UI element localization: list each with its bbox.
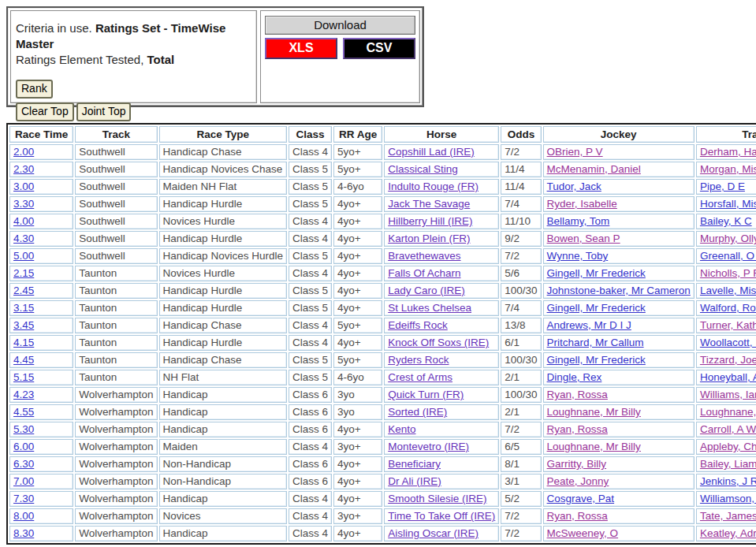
race-time-link[interactable]: 4.45 (13, 354, 34, 366)
jockey-link[interactable]: Loughnane, Mr Billy (547, 406, 641, 418)
race-time-link[interactable]: 4.00 (13, 215, 34, 227)
jockey-link[interactable]: Ryan, Rossa (547, 423, 608, 435)
jockey-link[interactable]: Wynne, Toby (547, 250, 609, 262)
horse-link[interactable]: Indulto Rouge (FR) (388, 180, 479, 192)
race-time-link[interactable]: 2.00 (13, 146, 34, 158)
jockey-link[interactable]: Tudor, Jack (547, 180, 601, 192)
horse-link[interactable]: Kento (388, 423, 415, 435)
horse-link[interactable]: Knock Off Soxs (IRE) (388, 337, 489, 348)
horse-link[interactable]: Time To Take Off (IRE) (388, 510, 495, 522)
race-time-link[interactable]: 3.00 (13, 180, 34, 192)
trainer-link[interactable]: Bailey, Liam (700, 458, 756, 470)
download-xls-button[interactable]: XLS (265, 38, 337, 59)
trainer-link[interactable]: Jenkins, J R (700, 475, 756, 487)
race-time-cell: 5.00 (9, 248, 73, 264)
trainer-link[interactable]: Pipe, D E (700, 180, 745, 192)
race-time-link[interactable]: 5.30 (13, 423, 34, 435)
jockey-link[interactable]: Ryan, Rossa (547, 389, 608, 400)
jockey-link[interactable]: Gingell, Mr Frederick (547, 354, 646, 366)
race-type-cell: NH Flat (159, 370, 287, 385)
trainer-link[interactable]: Lavelle, Miss E C (700, 285, 756, 296)
trainer-link[interactable]: Morgan, Miss Laura (700, 163, 756, 175)
race-time-link[interactable]: 2.30 (13, 163, 34, 175)
race-time-link[interactable]: 4.55 (13, 406, 34, 418)
trainer-link[interactable]: Tizzard, Joe (700, 354, 756, 366)
jockey-link[interactable]: Loughnane, Mr Billy (547, 441, 641, 452)
race-time-link[interactable]: 7.00 (13, 475, 34, 487)
jockey-link[interactable]: McSweeney, O (547, 527, 619, 539)
horse-link[interactable]: Jack The Savage (388, 198, 470, 210)
horse-link[interactable]: Ryders Rock (388, 354, 449, 366)
rank-button[interactable]: Rank (16, 80, 53, 99)
jockey-link[interactable]: Dingle, Rex (547, 371, 602, 383)
horse-link[interactable]: Falls Of Acharn (388, 267, 460, 279)
trainer-link[interactable]: Woollacott, Mrs Kayley (700, 337, 756, 348)
trainer-link[interactable]: Tate, James (700, 510, 756, 522)
horse-link[interactable]: Classical Sting (388, 163, 458, 175)
trainer-link[interactable]: Walford, Robert (700, 302, 756, 314)
race-time-link[interactable]: 4.15 (13, 337, 34, 348)
trainer-link[interactable]: Williamson, Mrs L (700, 493, 756, 504)
jockey-link[interactable]: Peate, Jonny (547, 475, 609, 487)
horse-link[interactable]: Karton Plein (FR) (388, 233, 470, 244)
jockey-link[interactable]: Pritchard, Mr Callum (547, 337, 644, 348)
download-csv-button[interactable]: CSV (343, 38, 415, 59)
horse-link[interactable]: Bravethewaves (388, 250, 460, 262)
race-time-link[interactable]: 6.30 (13, 458, 34, 470)
jockey-link[interactable]: Ryder, Isabelle (547, 198, 617, 210)
race-time-link[interactable]: 5.15 (13, 371, 34, 383)
clear-top-button[interactable]: Clear Top (16, 102, 74, 121)
race-time-link[interactable]: 8.00 (13, 510, 34, 522)
horse-link[interactable]: Hillberry Hill (IRE) (388, 215, 472, 227)
race-time-link[interactable]: 3.15 (13, 302, 34, 314)
race-time-link[interactable]: 7.30 (13, 493, 34, 504)
race-time-link[interactable]: 4.23 (13, 389, 34, 400)
horse-link[interactable]: Copshill Lad (IRE) (388, 146, 475, 158)
horse-link[interactable]: Crest of Arms (388, 371, 452, 383)
trainer-link[interactable]: Derham, Harry (700, 146, 756, 158)
horse-link[interactable]: Aisling Oscar (IRE) (388, 527, 479, 539)
race-time-link[interactable]: 5.00 (13, 250, 34, 262)
horse-link[interactable]: Edeiffs Rock (388, 319, 448, 331)
race-time-link[interactable]: 2.45 (13, 285, 34, 296)
joint-top-button[interactable]: Joint Top (76, 102, 132, 121)
trainer-link[interactable]: Nicholls, P F (700, 267, 756, 279)
jockey-link[interactable]: McMenamin, Daniel (547, 163, 641, 175)
race-time-link[interactable]: 6.00 (13, 441, 34, 452)
horse-link[interactable]: Sorted (IRE) (388, 406, 447, 418)
race-time-link[interactable]: 2.15 (13, 267, 34, 279)
jockey-link[interactable]: Andrews, Mr D I J (547, 319, 631, 331)
trainer-link[interactable]: Honeyball, A J (700, 371, 756, 383)
jockey-link[interactable]: Bellamy, Tom (547, 215, 610, 227)
horse-link[interactable]: Montevetro (IRE) (388, 441, 469, 452)
jockey-link[interactable]: Bowen, Sean P (547, 233, 620, 244)
horse-link[interactable]: Smooth Silesie (IRE) (388, 493, 486, 504)
trainer-link[interactable]: Appleby, Charlie (700, 441, 756, 452)
trainer-link[interactable]: Bailey, K C (700, 215, 752, 227)
trainer-link[interactable]: Horsfall, Miss L (700, 198, 756, 210)
horse-link[interactable]: Lady Caro (IRE) (388, 285, 465, 296)
trainer-link[interactable]: Murphy, Olly (700, 233, 756, 244)
jockey-link[interactable]: Johnstone-baker, Mr Cameron (547, 285, 691, 296)
horse-link[interactable]: St Lukes Chelsea (388, 302, 471, 314)
jockey-link[interactable]: Cosgrave, Pat (547, 493, 615, 504)
jockey-link[interactable]: Gingell, Mr Frederick (547, 302, 646, 314)
jockey-cell: Ryan, Rossa (543, 422, 695, 437)
trainer-link[interactable]: Keatley, Adrian Paul (700, 527, 756, 539)
race-time-link[interactable]: 3.30 (13, 198, 34, 210)
horse-link[interactable]: Dr Ali (IRE) (388, 475, 441, 487)
jockey-link[interactable]: Garritty, Billy (547, 458, 607, 470)
trainer-link[interactable]: Turner, Kathy (700, 319, 756, 331)
trainer-link[interactable]: Greenall, O / Guerriero, J (700, 250, 756, 262)
trainer-link[interactable]: Loughnane, Daniel Mark (700, 406, 756, 418)
trainer-link[interactable]: Carroll, A W (700, 423, 756, 435)
race-time-link[interactable]: 8.30 (13, 527, 34, 539)
horse-link[interactable]: Beneficiary (388, 458, 441, 470)
race-time-link[interactable]: 4.30 (13, 233, 34, 244)
horse-link[interactable]: Quick Turn (FR) (388, 389, 464, 400)
jockey-link[interactable]: Gingell, Mr Frederick (547, 267, 646, 279)
trainer-link[interactable]: Williams, Ian (700, 389, 756, 400)
jockey-link[interactable]: Ryan, Rossa (547, 510, 608, 522)
jockey-link[interactable]: OBrien, P V (547, 146, 603, 158)
race-time-link[interactable]: 3.45 (13, 319, 34, 331)
